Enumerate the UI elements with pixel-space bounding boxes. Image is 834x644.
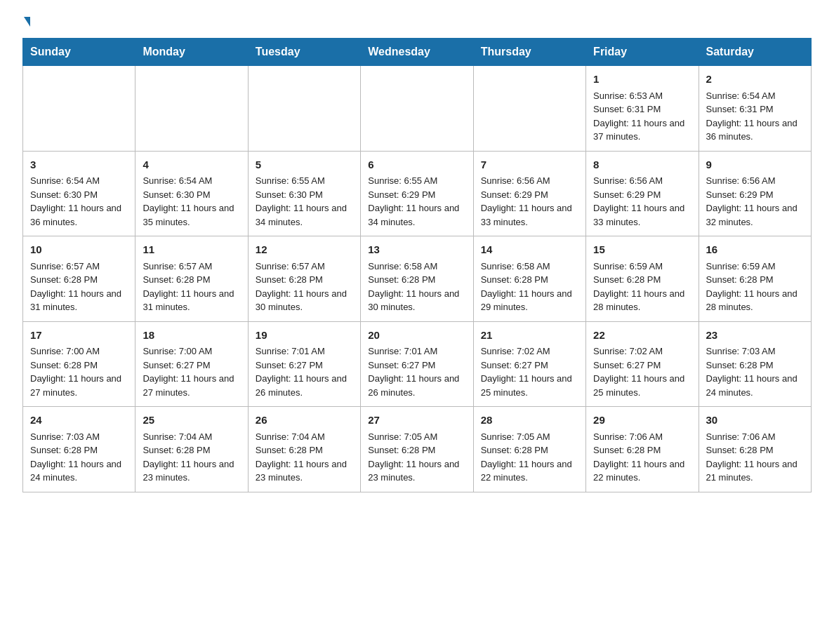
sunrise-text: Sunrise: 7:04 AM [143, 431, 212, 442]
sunset-text: Sunset: 6:28 PM [256, 445, 323, 455]
sunset-text: Sunset: 6:28 PM [481, 445, 548, 455]
calendar-cell: 5Sunrise: 6:55 AMSunset: 6:30 PMDaylight… [248, 151, 360, 236]
sunset-text: Sunset: 6:28 PM [368, 274, 435, 285]
sunset-text: Sunset: 6:31 PM [706, 104, 774, 114]
daylight-text: Daylight: 11 hours and 21 minutes. [706, 459, 797, 483]
sunset-text: Sunset: 6:29 PM [706, 189, 774, 200]
sunrise-text: Sunrise: 7:02 AM [481, 346, 550, 356]
calendar-cell: 4Sunrise: 6:54 AMSunset: 6:30 PMDaylight… [135, 151, 248, 236]
sunrise-text: Sunrise: 6:57 AM [30, 261, 100, 271]
daylight-text: Daylight: 11 hours and 22 minutes. [481, 459, 572, 483]
day-number: 27 [368, 412, 465, 429]
sunset-text: Sunset: 6:31 PM [593, 104, 661, 114]
calendar-cell: 17Sunrise: 7:00 AMSunset: 6:28 PMDayligh… [23, 321, 135, 407]
calendar-cell: 9Sunrise: 6:56 AMSunset: 6:29 PMDaylight… [699, 151, 811, 236]
calendar-cell [248, 66, 360, 152]
header-monday: Monday [135, 39, 248, 66]
sunset-text: Sunset: 6:28 PM [368, 445, 435, 455]
daylight-text: Daylight: 11 hours and 24 minutes. [30, 459, 121, 483]
week-row-5: 24Sunrise: 7:03 AMSunset: 6:28 PMDayligh… [23, 407, 812, 492]
sunrise-text: Sunrise: 6:53 AM [593, 90, 663, 101]
sunrise-text: Sunrise: 7:01 AM [368, 346, 437, 356]
sunset-text: Sunset: 6:27 PM [593, 360, 661, 370]
day-number: 14 [481, 242, 578, 258]
calendar-cell: 7Sunrise: 6:56 AMSunset: 6:29 PMDaylight… [473, 151, 585, 236]
calendar-cell: 8Sunrise: 6:56 AMSunset: 6:29 PMDaylight… [586, 151, 699, 236]
sunset-text: Sunset: 6:30 PM [30, 189, 98, 200]
sunset-text: Sunset: 6:27 PM [481, 360, 548, 370]
day-number: 18 [143, 328, 240, 344]
calendar-cell: 2Sunrise: 6:54 AMSunset: 6:31 PMDaylight… [699, 66, 811, 152]
daylight-text: Daylight: 11 hours and 28 minutes. [593, 288, 684, 313]
day-number: 10 [30, 242, 128, 258]
header-thursday: Thursday [473, 39, 585, 66]
sunset-text: Sunset: 6:29 PM [368, 189, 435, 200]
sunset-text: Sunset: 6:28 PM [593, 445, 661, 455]
calendar-cell: 19Sunrise: 7:01 AMSunset: 6:27 PMDayligh… [248, 321, 360, 407]
sunrise-text: Sunrise: 6:59 AM [593, 261, 663, 271]
calendar-cell: 20Sunrise: 7:01 AMSunset: 6:27 PMDayligh… [361, 321, 473, 407]
day-number: 22 [593, 328, 691, 344]
daylight-text: Daylight: 11 hours and 26 minutes. [368, 373, 459, 398]
calendar-cell: 25Sunrise: 7:04 AMSunset: 6:28 PMDayligh… [135, 407, 248, 492]
calendar-cell: 16Sunrise: 6:59 AMSunset: 6:28 PMDayligh… [699, 236, 811, 322]
daylight-text: Daylight: 11 hours and 23 minutes. [143, 459, 234, 483]
day-number: 13 [368, 242, 465, 258]
calendar-cell: 15Sunrise: 6:59 AMSunset: 6:28 PMDayligh… [586, 236, 699, 322]
header-sunday: Sunday [23, 39, 135, 66]
day-number: 29 [593, 412, 691, 429]
daylight-text: Daylight: 11 hours and 23 minutes. [368, 459, 459, 483]
sunrise-text: Sunrise: 6:55 AM [368, 175, 437, 186]
day-number: 12 [256, 242, 353, 258]
week-row-3: 10Sunrise: 6:57 AMSunset: 6:28 PMDayligh… [23, 236, 812, 322]
sunrise-text: Sunrise: 7:03 AM [706, 346, 776, 356]
logo [22, 17, 30, 27]
calendar-cell [473, 66, 585, 152]
day-number: 23 [706, 328, 804, 344]
daylight-text: Daylight: 11 hours and 32 minutes. [706, 203, 797, 227]
week-row-4: 17Sunrise: 7:00 AMSunset: 6:28 PMDayligh… [23, 321, 812, 407]
daylight-text: Daylight: 11 hours and 35 minutes. [143, 203, 234, 227]
day-number: 30 [706, 412, 804, 429]
daylight-text: Daylight: 11 hours and 25 minutes. [481, 373, 572, 398]
daylight-text: Daylight: 11 hours and 27 minutes. [30, 373, 121, 398]
day-number: 26 [256, 412, 353, 429]
sunrise-text: Sunrise: 7:00 AM [143, 346, 212, 356]
calendar-cell: 1Sunrise: 6:53 AMSunset: 6:31 PMDaylight… [586, 66, 699, 152]
day-number: 16 [706, 242, 804, 258]
daylight-text: Daylight: 11 hours and 34 minutes. [368, 203, 459, 227]
sunrise-text: Sunrise: 6:54 AM [143, 175, 212, 186]
calendar-cell [361, 66, 473, 152]
calendar-cell: 28Sunrise: 7:05 AMSunset: 6:28 PMDayligh… [473, 407, 585, 492]
calendar-cell: 22Sunrise: 7:02 AMSunset: 6:27 PMDayligh… [586, 321, 699, 407]
calendar-cell: 11Sunrise: 6:57 AMSunset: 6:28 PMDayligh… [135, 236, 248, 322]
sunset-text: Sunset: 6:28 PM [256, 274, 323, 285]
sunset-text: Sunset: 6:28 PM [706, 360, 774, 370]
calendar-cell: 3Sunrise: 6:54 AMSunset: 6:30 PMDaylight… [23, 151, 135, 236]
day-number: 3 [30, 157, 128, 173]
daylight-text: Daylight: 11 hours and 37 minutes. [593, 118, 684, 142]
sunrise-text: Sunrise: 6:54 AM [706, 90, 776, 101]
day-number: 6 [368, 157, 465, 173]
sunset-text: Sunset: 6:27 PM [368, 360, 435, 370]
sunrise-text: Sunrise: 6:55 AM [256, 175, 325, 186]
sunset-text: Sunset: 6:29 PM [481, 189, 548, 200]
daylight-text: Daylight: 11 hours and 25 minutes. [593, 373, 684, 398]
calendar-cell: 23Sunrise: 7:03 AMSunset: 6:28 PMDayligh… [699, 321, 811, 407]
sunrise-text: Sunrise: 7:01 AM [256, 346, 325, 356]
sunrise-text: Sunrise: 7:06 AM [706, 431, 776, 442]
header-wednesday: Wednesday [361, 39, 473, 66]
calendar-cell: 27Sunrise: 7:05 AMSunset: 6:28 PMDayligh… [361, 407, 473, 492]
sunrise-text: Sunrise: 7:05 AM [481, 431, 550, 442]
sunrise-text: Sunrise: 6:58 AM [368, 261, 437, 271]
daylight-text: Daylight: 11 hours and 34 minutes. [256, 203, 347, 227]
sunrise-text: Sunrise: 7:06 AM [593, 431, 663, 442]
sunset-text: Sunset: 6:27 PM [256, 360, 323, 370]
daylight-text: Daylight: 11 hours and 36 minutes. [30, 203, 121, 227]
page-header [22, 17, 812, 27]
calendar-cell: 29Sunrise: 7:06 AMSunset: 6:28 PMDayligh… [586, 407, 699, 492]
day-number: 15 [593, 242, 691, 258]
calendar-header-row: SundayMondayTuesdayWednesdayThursdayFrid… [23, 39, 812, 66]
daylight-text: Daylight: 11 hours and 29 minutes. [481, 288, 572, 313]
day-number: 25 [143, 412, 240, 429]
